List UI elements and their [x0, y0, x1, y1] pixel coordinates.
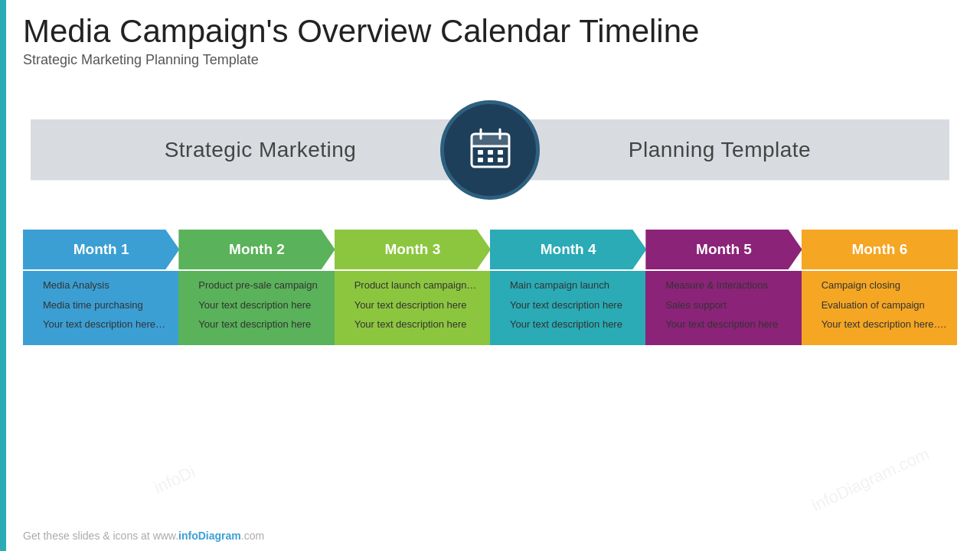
month-content-2: Product pre-sale campaignYour text descr…: [178, 271, 334, 345]
month-content-3: Product launch campaign…Your text descri…: [335, 271, 490, 345]
svg-rect-1: [472, 134, 509, 146]
month-content-1: Media AnalysisMedia time purchasingYour …: [23, 271, 178, 345]
calendar-icon: [466, 125, 515, 174]
month-2-item-3: Your text description here: [188, 318, 325, 331]
month-5-item-1: Measure & Interactions: [655, 279, 792, 292]
svg-rect-8: [478, 158, 483, 162]
month-header-3: Month 3: [335, 230, 491, 269]
banner-section: Strategic Marketing Planning Template: [23, 90, 957, 209]
svg-rect-9: [488, 158, 493, 162]
timeline-section: Month 1Media AnalysisMedia time purchasi…: [23, 230, 957, 513]
month-block-6: Month 6Campaign closingEvaluation of cam…: [802, 230, 957, 345]
month-content-5: Measure & InteractionsSales supportYour …: [645, 271, 801, 345]
svg-rect-7: [498, 150, 503, 155]
month-header-4: Month 4: [490, 230, 646, 269]
month-1-item-3: Your text description here…: [32, 318, 169, 331]
month-block-1: Month 1Media AnalysisMedia time purchasi…: [23, 230, 178, 345]
banner-left-arrow: Strategic Marketing: [31, 119, 490, 181]
month-4-item-2: Your text description here: [499, 298, 636, 312]
footer: Get these slides & icons at www.infoDiag…: [23, 530, 957, 542]
banner-left-text: Strategic Marketing: [165, 138, 357, 162]
month-3-item-1: Product launch campaign…: [344, 279, 481, 292]
month-content-6: Campaign closingEvaluation of campaignYo…: [802, 271, 957, 345]
month-6-item-1: Campaign closing: [811, 279, 948, 292]
footer-text-after: .com: [241, 530, 264, 542]
month-2-item-2: Your text description here: [188, 298, 325, 312]
month-1-item-2: Media time purchasing: [32, 298, 169, 312]
month-6-item-3: Your text description here….: [811, 318, 948, 331]
header: Media Campaign's Overview Calendar Timel…: [23, 14, 699, 68]
month-block-3: Month 3Product launch campaign…Your text…: [335, 230, 490, 345]
page-title: Media Campaign's Overview Calendar Timel…: [23, 14, 699, 49]
page-subtitle: Strategic Marketing Planning Template: [23, 52, 699, 68]
month-6-item-2: Evaluation of campaign: [811, 298, 948, 312]
banner-right-text: Planning Template: [629, 138, 811, 162]
month-content-4: Main campaign launchYour text descriptio…: [490, 271, 645, 345]
month-header-6: Month 6: [802, 230, 958, 269]
month-header-2: Month 2: [178, 230, 335, 269]
banner-circle-icon: [440, 100, 540, 200]
svg-rect-5: [478, 150, 483, 155]
month-5-item-2: Sales support: [655, 298, 792, 312]
months-row: Month 1Media AnalysisMedia time purchasi…: [23, 230, 957, 345]
svg-rect-6: [488, 150, 493, 155]
month-block-4: Month 4Main campaign launchYour text des…: [490, 230, 645, 345]
month-1-item-1: Media Analysis: [32, 279, 169, 292]
svg-rect-10: [498, 158, 503, 162]
left-accent-bar: [0, 0, 6, 551]
month-header-5: Month 5: [645, 230, 802, 269]
month-3-item-3: Your text description here: [344, 318, 481, 331]
month-header-1: Month 1: [23, 230, 179, 269]
month-4-item-3: Your text description here: [499, 318, 636, 331]
month-block-5: Month 5Measure & InteractionsSales suppo…: [645, 230, 801, 345]
month-2-item-1: Product pre-sale campaign: [188, 279, 325, 292]
footer-brand: infoDiagram: [178, 530, 241, 542]
footer-text-before: Get these slides & icons at www.: [23, 530, 178, 542]
month-block-2: Month 2Product pre-sale campaignYour tex…: [178, 230, 334, 345]
month-5-item-3: Your text description here: [655, 318, 792, 331]
banner-right-arrow: Planning Template: [490, 119, 949, 181]
month-4-item-1: Main campaign launch: [499, 279, 636, 292]
month-3-item-2: Your text description here: [344, 298, 481, 312]
